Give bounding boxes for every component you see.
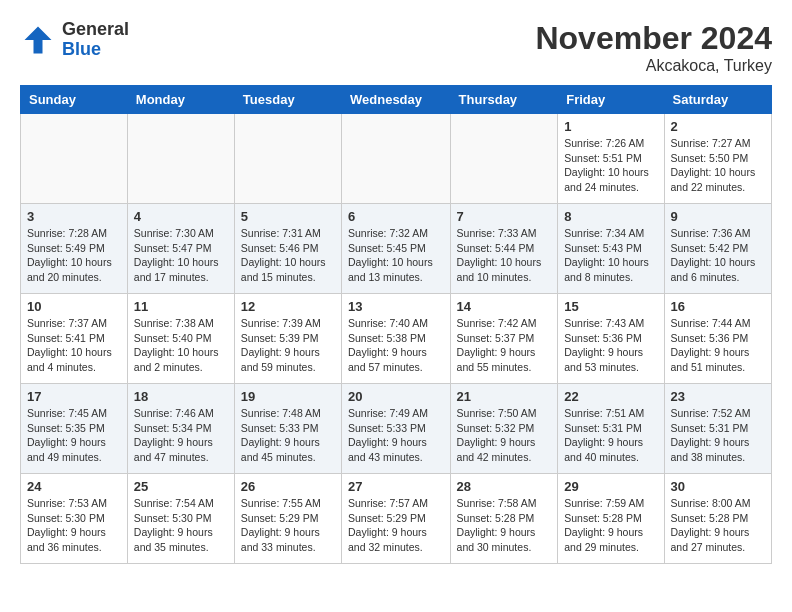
- calendar-cell: 24Sunrise: 7:53 AMSunset: 5:30 PMDayligh…: [21, 474, 128, 564]
- calendar-cell: 20Sunrise: 7:49 AMSunset: 5:33 PMDayligh…: [342, 384, 451, 474]
- day-number: 24: [27, 479, 121, 494]
- day-number: 11: [134, 299, 228, 314]
- calendar-week-row: 24Sunrise: 7:53 AMSunset: 5:30 PMDayligh…: [21, 474, 772, 564]
- day-number: 16: [671, 299, 765, 314]
- day-number: 2: [671, 119, 765, 134]
- calendar-week-row: 17Sunrise: 7:45 AMSunset: 5:35 PMDayligh…: [21, 384, 772, 474]
- calendar-cell: 22Sunrise: 7:51 AMSunset: 5:31 PMDayligh…: [558, 384, 664, 474]
- day-number: 19: [241, 389, 335, 404]
- day-info: Sunrise: 7:31 AMSunset: 5:46 PMDaylight:…: [241, 226, 335, 285]
- day-info: Sunrise: 7:42 AMSunset: 5:37 PMDaylight:…: [457, 316, 552, 375]
- calendar-header-row: SundayMondayTuesdayWednesdayThursdayFrid…: [21, 86, 772, 114]
- day-info: Sunrise: 7:53 AMSunset: 5:30 PMDaylight:…: [27, 496, 121, 555]
- calendar-cell: 29Sunrise: 7:59 AMSunset: 5:28 PMDayligh…: [558, 474, 664, 564]
- day-number: 28: [457, 479, 552, 494]
- day-number: 27: [348, 479, 444, 494]
- calendar-cell: 30Sunrise: 8:00 AMSunset: 5:28 PMDayligh…: [664, 474, 771, 564]
- day-number: 8: [564, 209, 657, 224]
- day-number: 12: [241, 299, 335, 314]
- day-info: Sunrise: 8:00 AMSunset: 5:28 PMDaylight:…: [671, 496, 765, 555]
- day-number: 7: [457, 209, 552, 224]
- day-number: 25: [134, 479, 228, 494]
- day-info: Sunrise: 7:50 AMSunset: 5:32 PMDaylight:…: [457, 406, 552, 465]
- day-info: Sunrise: 7:54 AMSunset: 5:30 PMDaylight:…: [134, 496, 228, 555]
- day-number: 17: [27, 389, 121, 404]
- calendar-cell: 18Sunrise: 7:46 AMSunset: 5:34 PMDayligh…: [127, 384, 234, 474]
- calendar-cell: 21Sunrise: 7:50 AMSunset: 5:32 PMDayligh…: [450, 384, 558, 474]
- weekday-header: Friday: [558, 86, 664, 114]
- day-info: Sunrise: 7:51 AMSunset: 5:31 PMDaylight:…: [564, 406, 657, 465]
- calendar-cell: 19Sunrise: 7:48 AMSunset: 5:33 PMDayligh…: [234, 384, 341, 474]
- day-number: 30: [671, 479, 765, 494]
- day-number: 9: [671, 209, 765, 224]
- calendar-cell: 17Sunrise: 7:45 AMSunset: 5:35 PMDayligh…: [21, 384, 128, 474]
- weekday-header: Thursday: [450, 86, 558, 114]
- svg-marker-0: [25, 26, 52, 53]
- calendar-cell: 13Sunrise: 7:40 AMSunset: 5:38 PMDayligh…: [342, 294, 451, 384]
- day-number: 4: [134, 209, 228, 224]
- day-info: Sunrise: 7:46 AMSunset: 5:34 PMDaylight:…: [134, 406, 228, 465]
- calendar-cell: 8Sunrise: 7:34 AMSunset: 5:43 PMDaylight…: [558, 204, 664, 294]
- day-info: Sunrise: 7:39 AMSunset: 5:39 PMDaylight:…: [241, 316, 335, 375]
- day-info: Sunrise: 7:48 AMSunset: 5:33 PMDaylight:…: [241, 406, 335, 465]
- calendar-cell: [234, 114, 341, 204]
- calendar-cell: 26Sunrise: 7:55 AMSunset: 5:29 PMDayligh…: [234, 474, 341, 564]
- day-number: 5: [241, 209, 335, 224]
- calendar-cell: 7Sunrise: 7:33 AMSunset: 5:44 PMDaylight…: [450, 204, 558, 294]
- day-info: Sunrise: 7:28 AMSunset: 5:49 PMDaylight:…: [27, 226, 121, 285]
- location: Akcakoca, Turkey: [535, 57, 772, 75]
- day-info: Sunrise: 7:57 AMSunset: 5:29 PMDaylight:…: [348, 496, 444, 555]
- day-info: Sunrise: 7:36 AMSunset: 5:42 PMDaylight:…: [671, 226, 765, 285]
- weekday-header: Sunday: [21, 86, 128, 114]
- calendar-cell: 9Sunrise: 7:36 AMSunset: 5:42 PMDaylight…: [664, 204, 771, 294]
- calendar-cell: 10Sunrise: 7:37 AMSunset: 5:41 PMDayligh…: [21, 294, 128, 384]
- day-info: Sunrise: 7:40 AMSunset: 5:38 PMDaylight:…: [348, 316, 444, 375]
- day-number: 26: [241, 479, 335, 494]
- calendar-cell: [342, 114, 451, 204]
- day-number: 21: [457, 389, 552, 404]
- day-number: 15: [564, 299, 657, 314]
- calendar-cell: 16Sunrise: 7:44 AMSunset: 5:36 PMDayligh…: [664, 294, 771, 384]
- logo-icon: [20, 22, 56, 58]
- calendar-cell: 11Sunrise: 7:38 AMSunset: 5:40 PMDayligh…: [127, 294, 234, 384]
- day-info: Sunrise: 7:38 AMSunset: 5:40 PMDaylight:…: [134, 316, 228, 375]
- day-number: 1: [564, 119, 657, 134]
- day-number: 18: [134, 389, 228, 404]
- weekday-header: Saturday: [664, 86, 771, 114]
- day-number: 6: [348, 209, 444, 224]
- day-info: Sunrise: 7:43 AMSunset: 5:36 PMDaylight:…: [564, 316, 657, 375]
- day-number: 20: [348, 389, 444, 404]
- day-info: Sunrise: 7:58 AMSunset: 5:28 PMDaylight:…: [457, 496, 552, 555]
- day-number: 29: [564, 479, 657, 494]
- calendar-cell: 2Sunrise: 7:27 AMSunset: 5:50 PMDaylight…: [664, 114, 771, 204]
- calendar-cell: 1Sunrise: 7:26 AMSunset: 5:51 PMDaylight…: [558, 114, 664, 204]
- weekday-header: Wednesday: [342, 86, 451, 114]
- calendar-cell: [450, 114, 558, 204]
- calendar-cell: 6Sunrise: 7:32 AMSunset: 5:45 PMDaylight…: [342, 204, 451, 294]
- day-info: Sunrise: 7:52 AMSunset: 5:31 PMDaylight:…: [671, 406, 765, 465]
- day-info: Sunrise: 7:32 AMSunset: 5:45 PMDaylight:…: [348, 226, 444, 285]
- calendar-week-row: 10Sunrise: 7:37 AMSunset: 5:41 PMDayligh…: [21, 294, 772, 384]
- title-block: November 2024 Akcakoca, Turkey: [535, 20, 772, 75]
- calendar-cell: 4Sunrise: 7:30 AMSunset: 5:47 PMDaylight…: [127, 204, 234, 294]
- calendar-cell: 14Sunrise: 7:42 AMSunset: 5:37 PMDayligh…: [450, 294, 558, 384]
- weekday-header: Monday: [127, 86, 234, 114]
- day-number: 23: [671, 389, 765, 404]
- day-info: Sunrise: 7:45 AMSunset: 5:35 PMDaylight:…: [27, 406, 121, 465]
- day-number: 3: [27, 209, 121, 224]
- calendar-cell: 15Sunrise: 7:43 AMSunset: 5:36 PMDayligh…: [558, 294, 664, 384]
- month-title: November 2024: [535, 20, 772, 57]
- calendar-cell: 25Sunrise: 7:54 AMSunset: 5:30 PMDayligh…: [127, 474, 234, 564]
- page-header: General Blue November 2024 Akcakoca, Tur…: [20, 20, 772, 75]
- calendar-cell: 28Sunrise: 7:58 AMSunset: 5:28 PMDayligh…: [450, 474, 558, 564]
- day-info: Sunrise: 7:30 AMSunset: 5:47 PMDaylight:…: [134, 226, 228, 285]
- calendar-cell: 27Sunrise: 7:57 AMSunset: 5:29 PMDayligh…: [342, 474, 451, 564]
- day-info: Sunrise: 7:37 AMSunset: 5:41 PMDaylight:…: [27, 316, 121, 375]
- calendar-cell: 5Sunrise: 7:31 AMSunset: 5:46 PMDaylight…: [234, 204, 341, 294]
- day-number: 13: [348, 299, 444, 314]
- day-info: Sunrise: 7:55 AMSunset: 5:29 PMDaylight:…: [241, 496, 335, 555]
- calendar-cell: 12Sunrise: 7:39 AMSunset: 5:39 PMDayligh…: [234, 294, 341, 384]
- calendar-cell: [21, 114, 128, 204]
- day-number: 22: [564, 389, 657, 404]
- weekday-header: Tuesday: [234, 86, 341, 114]
